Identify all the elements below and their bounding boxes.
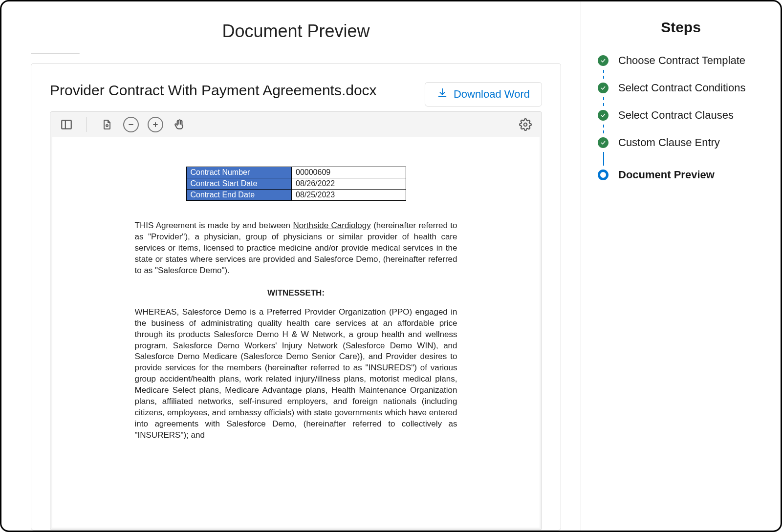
document-filename: Provider Contract With Payment Agreement…: [50, 82, 377, 99]
step-label: Document Preview: [618, 166, 715, 184]
meta-value: 08/25/2023: [292, 190, 406, 201]
document-page-area[interactable]: Contract Number 00000609 Contract Start …: [52, 137, 540, 528]
step-label: Select Contract Clauses: [618, 106, 734, 125]
download-word-button[interactable]: Download Word: [425, 82, 542, 106]
panel-toggle-icon[interactable]: [59, 117, 74, 132]
check-circle-icon: [598, 110, 608, 121]
check-circle-icon: [598, 137, 608, 148]
main-panel: Document Preview Provider Contract With …: [1, 1, 581, 531]
meta-value: 00000609: [292, 167, 406, 178]
step-item[interactable]: Document Preview: [598, 166, 764, 184]
step-label: Choose Contract Template: [618, 51, 745, 70]
page-title: Document Preview: [31, 21, 561, 42]
meta-label: Contract Number: [186, 167, 292, 178]
viewer-toolbar: [50, 112, 542, 137]
current-step-icon: [598, 170, 608, 180]
step-label: Select Contract Conditions: [618, 79, 745, 97]
step-item[interactable]: Custom Clause Entry: [598, 133, 764, 152]
svg-point-2: [106, 125, 108, 127]
svg-rect-0: [62, 120, 71, 128]
steps-panel: Steps Choose Contract Template Select Co…: [581, 1, 781, 531]
contract-meta-table: Contract Number 00000609 Contract Start …: [186, 167, 406, 201]
check-circle-icon: [598, 83, 608, 93]
provider-name: Northside Cardiology: [293, 221, 370, 230]
step-connector: [598, 125, 609, 133]
top-divider: [31, 53, 80, 54]
page-settings-icon[interactable]: [100, 117, 114, 132]
table-row: Contract End Date 08/25/2023: [186, 190, 406, 201]
steps-title: Steps: [598, 19, 764, 36]
check-circle-icon: [598, 55, 608, 66]
svg-point-6: [524, 123, 527, 127]
document-viewer: Contract Number 00000609 Contract Start …: [50, 111, 542, 530]
gear-icon[interactable]: [518, 117, 533, 132]
document-card: Provider Contract With Payment Agreement…: [31, 63, 561, 531]
step-item[interactable]: Select Contract Clauses: [598, 106, 764, 125]
download-icon: [437, 87, 448, 101]
download-word-label: Download Word: [454, 88, 530, 101]
witnesseth-heading: WITNESSETH:: [135, 288, 457, 298]
step-connector: [598, 152, 609, 166]
pan-hand-icon[interactable]: [172, 117, 187, 132]
step-connector: [598, 70, 609, 79]
zoom-out-icon[interactable]: [123, 117, 139, 132]
step-connector: [598, 97, 609, 106]
step-item[interactable]: Choose Contract Template: [598, 51, 764, 70]
step-label: Custom Clause Entry: [618, 133, 720, 152]
table-row: Contract Number 00000609: [186, 167, 406, 178]
table-row: Contract Start Date 08/26/2022: [186, 178, 406, 190]
step-item[interactable]: Select Contract Conditions: [598, 79, 764, 97]
meta-label: Contract End Date: [186, 190, 292, 201]
meta-label: Contract Start Date: [186, 178, 292, 190]
intro-paragraph: THIS Agreement is made by and between No…: [135, 220, 457, 277]
whereas-paragraph: WHEREAS, Salesforce Demo is a Preferred …: [135, 307, 457, 441]
toolbar-separator: [87, 117, 87, 132]
meta-value: 08/26/2022: [292, 178, 406, 190]
zoom-in-icon[interactable]: [148, 117, 163, 132]
